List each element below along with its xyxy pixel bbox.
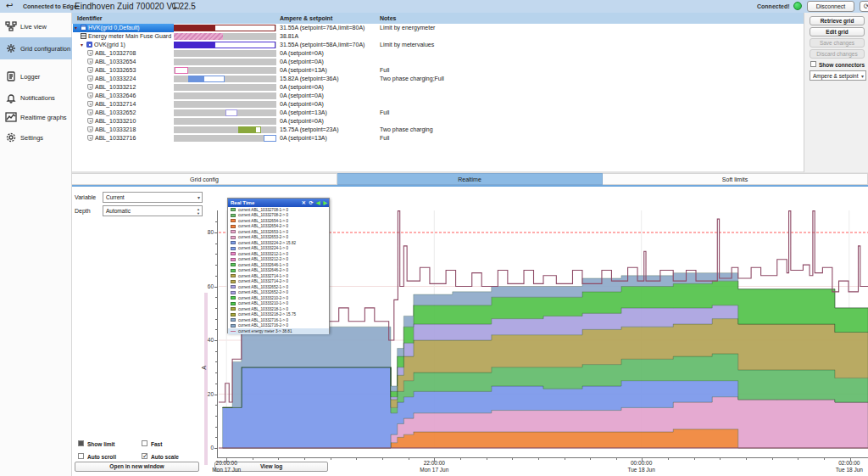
speech-bubble-icon[interactable] [172, 3, 180, 8]
legend-label: current ABL_10332652-2-> 0 [238, 290, 288, 294]
auto-scroll-checkbox[interactable] [78, 453, 84, 459]
y-minor-tick [215, 244, 217, 244]
depth-spinner[interactable]: Automatic ▲ ▼ [103, 205, 203, 216]
legend-swatch [231, 302, 236, 305]
sidebar-item-realtime-graphs[interactable]: Realtime graphs [0, 106, 72, 128]
legend-swatch [231, 208, 236, 211]
close-icon[interactable]: ✕ [302, 200, 306, 205]
legend-swatch [231, 285, 236, 288]
table-row[interactable]: ABL_103326460A (setpoint=0A) [72, 92, 804, 100]
table-row[interactable]: ABL_1033322415.82A (setpoint=36A)Two pha… [72, 75, 804, 83]
table-row[interactable]: ABL_103327160A (setpoint=13A)Full [72, 134, 804, 143]
row-label: ABL_10333212 [95, 84, 136, 90]
show-connectors-label: Show connectors [819, 62, 865, 68]
x-minor-tick [382, 458, 383, 460]
tab-soft-limits[interactable]: Soft limits [603, 173, 868, 185]
edit-grid-button[interactable]: Edit grid [810, 27, 865, 36]
show-limit-checkbox[interactable] [78, 440, 84, 446]
sync-icon[interactable]: ⟳ [860, 1, 868, 12]
gear-icon [5, 132, 17, 143]
sidebar-item-logger[interactable]: Logger [0, 65, 72, 87]
connector-icon [87, 67, 93, 73]
legend-swatch [231, 331, 236, 332]
row-identifier: ▾OVK(grid 1) [81, 41, 125, 49]
retrieve-grid-button[interactable]: Retrieve grid [810, 16, 865, 25]
open-new-window-button[interactable]: Open in new window [75, 462, 199, 472]
legend-label: current ABL_10332654-1-> 0 [238, 219, 288, 223]
legend-label: current ABL_10333212-2-> 0 [238, 257, 288, 261]
row-label: ABL_10333210 [95, 118, 136, 124]
ampere-bar [174, 92, 276, 99]
table-row[interactable]: Energy meter Main Fuse Guard38.81A [72, 32, 804, 41]
legend-swatch [231, 247, 236, 250]
row-identifier: ABL_10332654 [87, 58, 136, 66]
legend-swatch [231, 252, 236, 255]
connector-icon [87, 109, 93, 115]
table-row[interactable]: ABL_103327080A (setpoint=0A) [72, 49, 804, 58]
y-minor-tick [215, 287, 217, 288]
table-row[interactable]: ▾HVK(grid 0,Default)31.55A (setpoint=76A… [72, 24, 804, 32]
legend-swatch [231, 214, 236, 217]
row-label: HVK(grid 0,Default) [88, 25, 140, 31]
table-row[interactable]: ABL_103326530A (setpoint=13A)Full [72, 66, 804, 75]
legend-label: current ABL_10332714-2-> 0 [238, 279, 288, 283]
sidebar-item-settings[interactable]: Settings [0, 126, 72, 148]
legend-label: current ABL_10333210-1-> 0 [238, 301, 288, 305]
table-row[interactable]: ABL_103332120A (setpoint=0A) [72, 83, 804, 92]
y-minor-tick [215, 308, 217, 309]
row-identifier: ABL_10333218 [87, 126, 136, 134]
table-row[interactable]: ▾OVK(grid 1)31.55A (setpoint=58A,limit=7… [72, 41, 804, 49]
variable-label: Variable [75, 194, 96, 200]
row-notes: Full [380, 66, 389, 75]
table-row[interactable]: ABL_103332100A (setpoint=0A) [72, 117, 804, 126]
table-row[interactable]: ABL_103327140A (setpoint=0A) [72, 100, 804, 109]
legend-swatch [231, 269, 236, 272]
y-tick [214, 448, 218, 449]
x-minor-tick [538, 458, 539, 460]
disconnect-button[interactable]: Disconnect [807, 1, 854, 12]
connector-icon [87, 126, 93, 132]
view-mode-select[interactable]: Ampere & setpoint ▾ [810, 70, 866, 81]
next-icon[interactable]: ▶ [323, 200, 327, 205]
save-changes-button[interactable]: Save changes [810, 38, 865, 48]
legend-title: Real Time [231, 200, 254, 205]
x-minor-tick [694, 458, 695, 460]
legend-item[interactable]: current energy meter 3-> 38.81 [228, 328, 329, 334]
x-minor-tick [304, 458, 305, 460]
table-row[interactable]: ABL_1033321815.75A (setpoint=23A)Two pha… [72, 126, 804, 134]
view-mode-value: Ampere & setpoint [813, 73, 858, 79]
sidebar-item-grid-configuration[interactable]: Grid configuration [0, 37, 72, 59]
auto-scale-checkbox[interactable] [142, 453, 147, 459]
expand-arrow-icon[interactable]: ▾ [81, 41, 86, 49]
prev-icon[interactable]: ◀ [316, 200, 320, 205]
splitter-handle[interactable] [204, 293, 208, 465]
spin-down-icon[interactable]: ▼ [197, 212, 200, 216]
x-tick-date: Mon 17 Jun [201, 467, 252, 473]
legend-window[interactable]: Real Time ✕ ⟳ ◀ ▶ current ABL_10332708-1… [227, 198, 330, 333]
fast-checkbox[interactable] [142, 440, 147, 446]
row-ampere-value: 15.82A (setpoint=36A) [280, 75, 338, 83]
tab-realtime[interactable]: Realtime [337, 173, 603, 185]
tab-grid-config[interactable]: Grid config [72, 173, 337, 185]
connector-icon [87, 76, 93, 81]
row-ampere-value: 0A (setpoint=0A) [280, 117, 324, 126]
row-notes: Limit by energymeter [380, 24, 435, 32]
discard-changes-button[interactable]: Discard changes [810, 49, 865, 59]
table-row[interactable]: ABL_103326520A (setpoint=13A)Full [72, 109, 804, 117]
show-connectors-checkbox[interactable] [810, 61, 816, 67]
x-minor-tick [253, 458, 253, 460]
y-minor-tick [215, 232, 217, 233]
expand-arrow-icon[interactable]: ▾ [75, 24, 81, 32]
table-row[interactable]: ABL_103326540A (setpoint=0A) [72, 58, 804, 66]
sidebar-item-live-view[interactable]: Live view [0, 15, 72, 37]
refresh-icon[interactable]: ⟳ [309, 200, 313, 205]
logger-icon [5, 70, 17, 82]
connection-label: Connected to Edge: [23, 3, 79, 9]
ampere-bar [174, 76, 276, 82]
legend-label: current ABL_10332716-2-> 0 [238, 323, 288, 328]
variable-select[interactable]: Current ▾ [103, 192, 203, 203]
row-identifier: ABL_10332714 [87, 100, 136, 109]
legend-title-bar[interactable]: Real Time ✕ ⟳ ◀ ▶ [228, 199, 329, 207]
legend-swatch [231, 230, 236, 233]
y-tick-label: 80 [197, 229, 214, 235]
